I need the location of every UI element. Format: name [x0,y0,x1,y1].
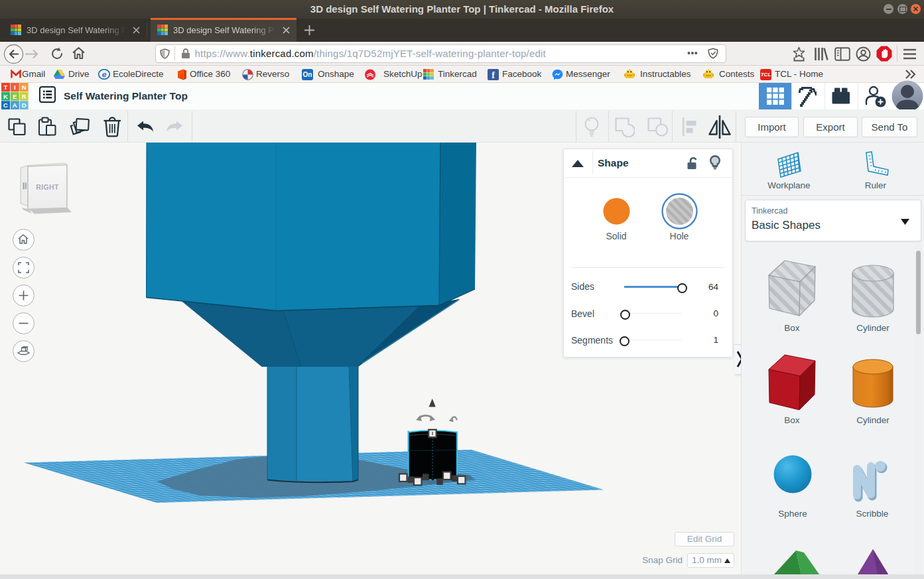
svg-text:T: T [4,84,8,91]
svg-text:Box: Box [784,323,800,333]
svg-text:Scribble: Scribble [856,509,889,519]
svg-text:RIGHT: RIGHT [36,183,59,191]
svg-text:Box: Box [784,415,800,425]
svg-text:R: R [22,93,27,100]
svg-text:K: K [3,93,8,100]
svg-text:E: E [13,93,17,100]
svg-text:A: A [13,101,17,109]
svg-text:I: I [14,84,16,91]
svg-text:ℯ: ℯ [102,70,107,78]
svg-text:Sphere: Sphere [778,509,807,519]
svg-text:C: C [3,101,8,109]
svg-text:D: D [22,101,27,109]
svg-text:Cylinder: Cylinder [856,415,890,425]
svg-text:N: N [22,84,27,91]
svg-text:Cylinder: Cylinder [856,323,890,333]
